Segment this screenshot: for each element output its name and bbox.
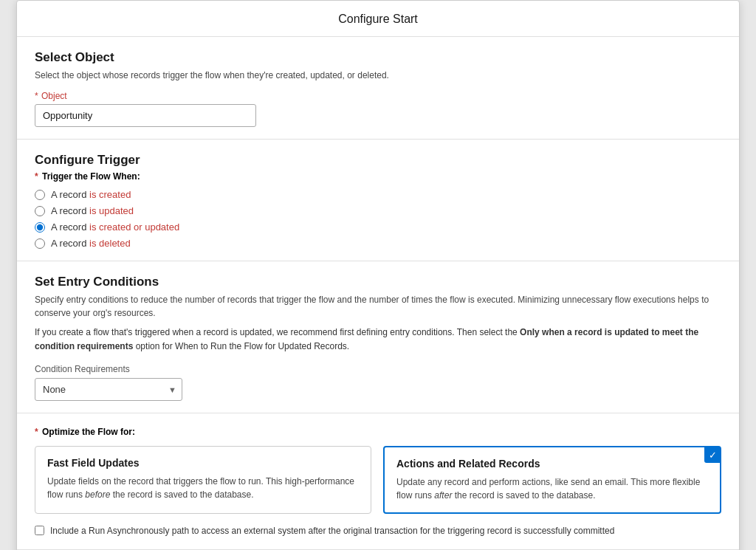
modal-body: Select Object Select the object whose re… (17, 37, 739, 550)
entry-desc1: Specify entry conditions to reduce the n… (35, 293, 721, 320)
actions-related-title: Actions and Related Records (396, 458, 708, 470)
condition-requirements-label: Condition Requirements (35, 364, 721, 374)
configure-trigger-section: Configure Trigger * Trigger the Flow Whe… (17, 140, 739, 261)
trigger-option-created[interactable]: A record is created (35, 189, 721, 200)
actions-related-card[interactable]: ✓ Actions and Related Records Update any… (383, 446, 721, 514)
trigger-flow-label: * Trigger the Flow When: (35, 171, 721, 182)
selected-check-icon: ✓ (704, 447, 721, 463)
radio-deleted[interactable] (35, 238, 45, 249)
trigger-option-created-updated[interactable]: A record is created or updated (35, 221, 721, 233)
object-field-label: * Object (35, 91, 721, 101)
select-object-desc: Select the object whose records trigger … (35, 69, 721, 82)
trigger-required-star: * (35, 171, 41, 182)
entry-conditions-section: Set Entry Conditions Specify entry condi… (17, 261, 739, 413)
radio-updated[interactable] (35, 206, 45, 216)
optimize-required-star: * (35, 427, 41, 437)
optimize-label: * Optimize the Flow for: (35, 427, 721, 437)
entry-conditions-title: Set Entry Conditions (35, 275, 721, 289)
radio-created-updated[interactable] (35, 222, 45, 233)
object-input[interactable] (35, 104, 256, 127)
fast-field-desc: Update fields on the record that trigger… (47, 475, 359, 501)
select-object-section: Select Object Select the object whose re… (17, 37, 739, 140)
actions-related-desc: Update any record and perform actions, l… (396, 475, 708, 502)
optimize-section: * Optimize the Flow for: Fast Field Upda… (17, 413, 739, 550)
async-checkbox[interactable] (35, 526, 44, 535)
fast-field-title: Fast Field Updates (47, 457, 359, 469)
condition-select[interactable]: None All Conditions Are Met Any Conditio… (35, 378, 182, 401)
select-object-title: Select Object (35, 50, 721, 65)
fast-field-card[interactable]: Fast Field Updates Update fields on the … (35, 446, 371, 514)
configure-start-modal: Configure Start Select Object Select the… (16, 0, 740, 550)
condition-select-wrap: None All Conditions Are Met Any Conditio… (35, 378, 182, 401)
configure-trigger-title: Configure Trigger (35, 153, 721, 168)
entry-desc2: If you create a flow that's triggered wh… (35, 326, 721, 354)
required-star: * (35, 91, 38, 101)
modal-title: Configure Start (17, 1, 739, 37)
radio-created[interactable] (35, 190, 45, 200)
trigger-option-updated[interactable]: A record is updated (35, 205, 721, 216)
trigger-option-deleted[interactable]: A record is deleted (35, 238, 721, 249)
trigger-radio-group: A record is created A record is updated … (35, 189, 721, 249)
async-row: Include a Run Asynchronously path to acc… (35, 524, 721, 537)
optimize-cards: Fast Field Updates Update fields on the … (35, 446, 721, 514)
async-label: Include a Run Asynchronously path to acc… (50, 524, 614, 537)
